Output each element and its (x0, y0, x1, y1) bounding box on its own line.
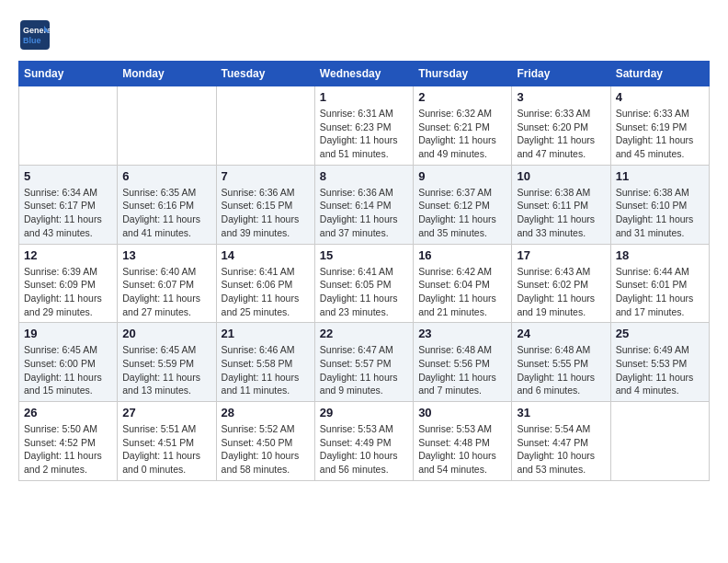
day-info: Sunrise: 6:33 AM Sunset: 6:19 PM Dayligh… (616, 107, 704, 161)
day-header-monday: Monday (118, 62, 216, 86)
calendar-cell: 16Sunrise: 6:42 AM Sunset: 6:04 PM Dayli… (414, 244, 512, 323)
day-header-thursday: Thursday (414, 62, 512, 86)
day-info: Sunrise: 5:51 AM Sunset: 4:51 PM Dayligh… (122, 422, 210, 477)
day-number: 16 (418, 248, 506, 262)
day-info: Sunrise: 6:31 AM Sunset: 6:23 PM Dayligh… (320, 107, 408, 161)
day-info: Sunrise: 6:44 AM Sunset: 6:01 PM Dayligh… (616, 265, 704, 319)
day-info: Sunrise: 6:38 AM Sunset: 6:10 PM Dayligh… (616, 186, 704, 240)
day-info: Sunrise: 6:41 AM Sunset: 6:05 PM Dayligh… (320, 265, 408, 319)
calendar-cell: 7Sunrise: 6:36 AM Sunset: 6:15 PM Daylig… (216, 165, 314, 244)
day-number: 1 (320, 90, 408, 104)
day-info: Sunrise: 6:39 AM Sunset: 6:09 PM Dayligh… (24, 265, 112, 319)
calendar-cell: 31Sunrise: 5:54 AM Sunset: 4:47 PM Dayli… (512, 402, 610, 481)
calendar-cell: 13Sunrise: 6:40 AM Sunset: 6:07 PM Dayli… (118, 244, 216, 323)
day-info: Sunrise: 6:36 AM Sunset: 6:15 PM Dayligh… (222, 186, 310, 240)
day-number: 17 (517, 248, 605, 262)
calendar-cell: 30Sunrise: 5:53 AM Sunset: 4:48 PM Dayli… (414, 402, 512, 481)
day-header-sunday: Sunday (19, 62, 118, 86)
calendar-cell: 9Sunrise: 6:37 AM Sunset: 6:12 PM Daylig… (414, 165, 512, 244)
day-info: Sunrise: 5:54 AM Sunset: 4:47 PM Dayligh… (517, 422, 605, 477)
calendar-cell: 1Sunrise: 6:31 AM Sunset: 6:23 PM Daylig… (314, 86, 413, 166)
calendar-cell: 3Sunrise: 6:33 AM Sunset: 6:20 PM Daylig… (512, 86, 610, 166)
calendar-cell: 28Sunrise: 5:52 AM Sunset: 4:50 PM Dayli… (216, 402, 314, 481)
day-number: 13 (122, 248, 210, 262)
day-info: Sunrise: 6:33 AM Sunset: 6:20 PM Dayligh… (517, 107, 605, 161)
calendar-header-row: SundayMondayTuesdayWednesdayThursdayFrid… (19, 62, 710, 86)
calendar-cell: 20Sunrise: 6:45 AM Sunset: 5:59 PM Dayli… (118, 323, 216, 402)
day-number: 6 (122, 169, 210, 183)
calendar-cell (216, 86, 314, 166)
day-number: 14 (222, 248, 310, 262)
day-info: Sunrise: 6:40 AM Sunset: 6:07 PM Dayligh… (122, 265, 210, 319)
day-info: Sunrise: 6:38 AM Sunset: 6:11 PM Dayligh… (517, 186, 605, 240)
day-header-wednesday: Wednesday (314, 62, 413, 86)
calendar-cell (610, 402, 709, 481)
day-number: 12 (24, 248, 112, 262)
logo-icon: General Blue (18, 18, 51, 52)
calendar-cell: 17Sunrise: 6:43 AM Sunset: 6:02 PM Dayli… (512, 244, 610, 323)
calendar-week-row: 26Sunrise: 5:50 AM Sunset: 4:52 PM Dayli… (19, 402, 710, 481)
day-number: 20 (122, 327, 210, 340)
calendar-cell: 24Sunrise: 6:48 AM Sunset: 5:55 PM Dayli… (512, 323, 610, 402)
calendar-cell: 4Sunrise: 6:33 AM Sunset: 6:19 PM Daylig… (610, 86, 709, 166)
svg-text:Blue: Blue (23, 36, 41, 45)
day-info: Sunrise: 6:36 AM Sunset: 6:14 PM Dayligh… (320, 186, 408, 240)
day-info: Sunrise: 6:34 AM Sunset: 6:17 PM Dayligh… (24, 186, 112, 240)
svg-rect-0 (20, 20, 50, 50)
day-number: 19 (24, 327, 112, 340)
calendar-cell (118, 86, 216, 166)
day-number: 22 (320, 327, 408, 340)
logo: General Blue (18, 18, 55, 52)
page-header: General Blue (18, 18, 710, 52)
day-number: 15 (320, 248, 408, 262)
calendar-cell: 22Sunrise: 6:47 AM Sunset: 5:57 PM Dayli… (314, 323, 413, 402)
day-number: 28 (222, 406, 310, 419)
day-number: 31 (517, 406, 605, 419)
day-info: Sunrise: 5:53 AM Sunset: 4:49 PM Dayligh… (320, 422, 408, 477)
day-number: 30 (418, 406, 506, 419)
day-info: Sunrise: 6:43 AM Sunset: 6:02 PM Dayligh… (517, 265, 605, 319)
day-number: 26 (24, 406, 112, 419)
calendar-cell: 8Sunrise: 6:36 AM Sunset: 6:14 PM Daylig… (314, 165, 413, 244)
calendar-cell: 26Sunrise: 5:50 AM Sunset: 4:52 PM Dayli… (19, 402, 118, 481)
day-header-friday: Friday (512, 62, 610, 86)
day-number: 4 (616, 90, 704, 104)
day-number: 29 (320, 406, 408, 419)
day-number: 8 (320, 169, 408, 183)
day-number: 9 (418, 169, 506, 183)
day-info: Sunrise: 6:49 AM Sunset: 5:53 PM Dayligh… (616, 343, 704, 397)
calendar-cell: 19Sunrise: 6:45 AM Sunset: 6:00 PM Dayli… (19, 323, 118, 402)
day-number: 18 (616, 248, 704, 262)
calendar-cell: 25Sunrise: 6:49 AM Sunset: 5:53 PM Dayli… (610, 323, 709, 402)
calendar-week-row: 5Sunrise: 6:34 AM Sunset: 6:17 PM Daylig… (19, 165, 710, 244)
day-number: 25 (616, 327, 704, 340)
calendar-cell: 11Sunrise: 6:38 AM Sunset: 6:10 PM Dayli… (610, 165, 709, 244)
day-info: Sunrise: 5:50 AM Sunset: 4:52 PM Dayligh… (24, 422, 112, 477)
day-number: 2 (418, 90, 506, 104)
day-info: Sunrise: 6:42 AM Sunset: 6:04 PM Dayligh… (418, 265, 506, 319)
day-info: Sunrise: 6:45 AM Sunset: 5:59 PM Dayligh… (122, 343, 210, 397)
calendar-week-row: 12Sunrise: 6:39 AM Sunset: 6:09 PM Dayli… (19, 244, 710, 323)
calendar-cell: 23Sunrise: 6:48 AM Sunset: 5:56 PM Dayli… (414, 323, 512, 402)
day-number: 3 (517, 90, 605, 104)
day-info: Sunrise: 6:37 AM Sunset: 6:12 PM Dayligh… (418, 186, 506, 240)
day-info: Sunrise: 6:41 AM Sunset: 6:06 PM Dayligh… (222, 265, 310, 319)
day-info: Sunrise: 6:47 AM Sunset: 5:57 PM Dayligh… (320, 343, 408, 397)
day-number: 21 (222, 327, 310, 340)
calendar-cell: 27Sunrise: 5:51 AM Sunset: 4:51 PM Dayli… (118, 402, 216, 481)
day-info: Sunrise: 5:52 AM Sunset: 4:50 PM Dayligh… (222, 422, 310, 477)
calendar-cell: 5Sunrise: 6:34 AM Sunset: 6:17 PM Daylig… (19, 165, 118, 244)
day-info: Sunrise: 6:32 AM Sunset: 6:21 PM Dayligh… (418, 107, 506, 161)
calendar-cell: 12Sunrise: 6:39 AM Sunset: 6:09 PM Dayli… (19, 244, 118, 323)
calendar-week-row: 19Sunrise: 6:45 AM Sunset: 6:00 PM Dayli… (19, 323, 710, 402)
day-number: 23 (418, 327, 506, 340)
day-info: Sunrise: 6:35 AM Sunset: 6:16 PM Dayligh… (122, 186, 210, 240)
calendar-cell: 15Sunrise: 6:41 AM Sunset: 6:05 PM Dayli… (314, 244, 413, 323)
calendar-cell: 14Sunrise: 6:41 AM Sunset: 6:06 PM Dayli… (216, 244, 314, 323)
day-header-saturday: Saturday (610, 62, 709, 86)
day-header-tuesday: Tuesday (216, 62, 314, 86)
calendar-cell: 6Sunrise: 6:35 AM Sunset: 6:16 PM Daylig… (118, 165, 216, 244)
day-number: 7 (222, 169, 310, 183)
day-info: Sunrise: 5:53 AM Sunset: 4:48 PM Dayligh… (418, 422, 506, 477)
day-info: Sunrise: 6:48 AM Sunset: 5:56 PM Dayligh… (418, 343, 506, 397)
